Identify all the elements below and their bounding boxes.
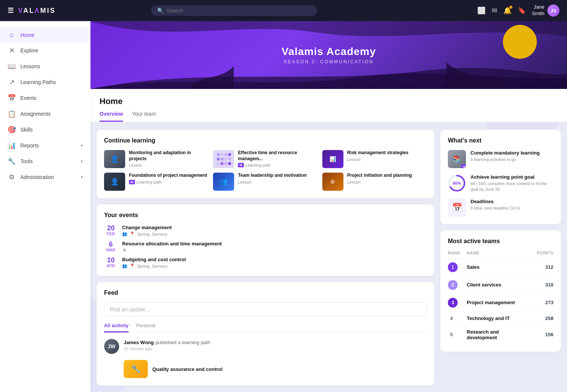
sidebar-item-administration[interactable]: ⚙ Administration ▾: [0, 169, 90, 185]
team-rank-2: 2: [448, 280, 467, 290]
learning-item-1[interactable]: 👤 Monitoring and adaptation in projects …: [104, 150, 208, 168]
sidebar-item-explore[interactable]: ✕ Explore: [0, 43, 90, 58]
learning-name-2: Effective time and resource managem...: [238, 150, 317, 162]
teams-header-rank: RANK: [448, 251, 467, 255]
learning-type-6: Lesson: [347, 180, 427, 184]
svg-point-10: [224, 162, 227, 165]
team-row-3[interactable]: 3 Project management 273: [448, 294, 553, 312]
team-name-2: Client services: [467, 282, 527, 288]
svg-point-6: [224, 158, 227, 161]
content-grid: Continue learning 👤 Monitoring and adapt…: [90, 122, 567, 392]
sidebar-item-learning-paths[interactable]: ↗ Learning Paths: [0, 74, 90, 90]
feed-content-card-1[interactable]: 🔧 Quality assurance and control: [104, 360, 427, 378]
event-item-2[interactable]: 6 Mar Resource allocation and time manag…: [104, 241, 427, 252]
sidebar: ⌂ Home ✕ Explore 📖 Lessons ↗ Learning Pa…: [0, 21, 90, 392]
feed-post-input[interactable]: Post an update...: [104, 302, 427, 317]
wn-progress-circle: 66%: [448, 174, 466, 192]
event-month-1: Feb: [104, 231, 118, 236]
feed-avatar-img-1: JW: [104, 339, 119, 354]
learning-item-4[interactable]: 👤 Foundations of project management M Le…: [104, 173, 208, 191]
bookmark-icon[interactable]: 🔖: [518, 6, 526, 15]
wn-title-goal: Achieve learning point goal: [470, 174, 553, 180]
mail-icon[interactable]: ✉: [492, 6, 497, 15]
screen-share-icon[interactable]: ⬜: [477, 6, 486, 15]
learning-type-4: M Learning path: [129, 180, 208, 184]
team-row-1[interactable]: 1 Sales 312: [448, 259, 553, 276]
team-points-4: 258: [527, 315, 553, 321]
tab-your-team[interactable]: Your team: [132, 111, 156, 122]
feed-content-1: James Wong published a learning path 10 …: [124, 339, 427, 354]
learning-item-5[interactable]: 👥 Team leadership and motivation Lesson: [213, 173, 317, 191]
whats-next-title: What's next: [448, 137, 553, 144]
svg-point-9: [221, 162, 224, 165]
team-row-2[interactable]: 2 Client services 310: [448, 276, 553, 294]
user-avatar[interactable]: Jane Smith JS: [532, 4, 559, 17]
svg-point-2: [224, 153, 227, 156]
team-name-1: Sales: [467, 264, 527, 270]
svg-point-4: [217, 158, 220, 161]
home-icon: ⌂: [8, 31, 16, 39]
event-name-3: Budgeting and cost control: [122, 257, 427, 262]
sidebar-label-learning-paths: Learning Paths: [20, 79, 83, 85]
team-rank-3: 3: [448, 298, 467, 308]
svg-point-5: [221, 158, 224, 161]
sidebar-item-events[interactable]: 📅 Events: [0, 90, 90, 106]
team-rank-5: 5: [448, 332, 467, 337]
feed-tab-all[interactable]: All activity: [104, 323, 129, 332]
learning-name-1: Monitoring and adaptation in projects: [129, 150, 208, 162]
search-input[interactable]: [167, 8, 311, 14]
sidebar-item-assignments[interactable]: 📋 Assignments: [0, 106, 90, 122]
wn-icon-mandatory: 📚 +5: [448, 150, 466, 168]
sidebar-label-administration: Administration: [20, 174, 76, 180]
hero-banner: Valamis Academy SEASON 2: COMMUNICATION: [90, 21, 567, 89]
sidebar-item-skills[interactable]: 🎯 Skills: [0, 122, 90, 138]
tab-overview[interactable]: Overview: [100, 111, 123, 122]
menu-icon[interactable]: ☰: [8, 6, 14, 15]
main-content: Valamis Academy SEASON 2: COMMUNICATION …: [90, 21, 567, 392]
avatar-image: JS: [547, 5, 559, 17]
continue-learning-title: Continue learning: [104, 137, 427, 144]
team-rank-4: 4: [448, 315, 467, 321]
page-title: Home: [100, 96, 558, 106]
wn-item-deadlines[interactable]: 📅 Deadlines 8 total, next deadline Oct 6: [448, 199, 553, 217]
notification-icon[interactable]: 🔔: [503, 6, 512, 15]
wn-info-mandatory: Complete mandatory learning 8 learning a…: [470, 150, 553, 162]
learning-info-4: Foundations of project management M Lear…: [129, 173, 208, 184]
sidebar-label-reports: Reports: [20, 142, 76, 149]
sidebar-item-reports[interactable]: 📊 Reports ▾: [0, 138, 90, 153]
hero-wave-top: [90, 21, 567, 44]
event-date-2: 6 Mar: [104, 241, 118, 252]
wn-desc-mandatory: 8 learning activities to go: [470, 157, 553, 162]
event-name-2: Resource allocation and time management: [122, 241, 427, 247]
event-info-3: Budgeting and cost control 👥 📍 Spring, J…: [122, 257, 427, 268]
wn-item-mandatory[interactable]: 📚 +5 Complete mandatory learning 8 learn…: [448, 150, 553, 168]
app-logo[interactable]: ☰ VALΛMIS: [8, 6, 68, 15]
feed-tab-personal[interactable]: Personal: [136, 323, 155, 332]
sidebar-item-lessons[interactable]: 📖 Lessons: [0, 58, 90, 74]
wn-item-goal[interactable]: 66% Achieve learning point goal 66 / 100…: [448, 174, 553, 193]
search-bar[interactable]: 🔍: [151, 5, 317, 16]
sidebar-item-home[interactable]: ⌂ Home: [0, 27, 90, 43]
lessons-icon: 📖: [8, 62, 16, 70]
wn-title-mandatory: Complete mandatory learning: [470, 150, 553, 156]
team-row-4[interactable]: 4 Technology and IT 258: [448, 312, 553, 325]
hero-sun: [503, 25, 537, 59]
explore-icon: ✕: [8, 46, 16, 55]
learning-item-3[interactable]: 📊 Risk management strategies Lesson: [322, 150, 427, 168]
feed-time-1: 10 minutes ago: [124, 346, 427, 351]
event-location-icon-3: 📍: [130, 263, 135, 268]
event-item-3[interactable]: 10 Apr Budgeting and cost control 👥 📍 Sp…: [104, 257, 427, 268]
event-item-1[interactable]: 20 Feb Change management 👥 📍 Spring, Joe…: [104, 225, 427, 236]
learning-item-2[interactable]: Effective time and resource managem... M…: [213, 150, 317, 168]
sidebar-item-tools[interactable]: 🔧 Tools ▾: [0, 153, 90, 169]
event-meta-3: 👥 📍 Spring, Joensuu: [122, 263, 427, 268]
team-row-5[interactable]: 5 Research and development 156: [448, 325, 553, 344]
reports-chevron-icon: ▾: [81, 143, 83, 148]
learning-item-6[interactable]: ⚙ Project initiation and planning Lesson: [322, 173, 427, 191]
learning-thumb-4: 👤: [104, 173, 125, 191]
hero-right-decoration: [446, 51, 507, 89]
learning-name-3: Risk management strategies: [347, 150, 427, 156]
wn-desc-goal: 66 / 100, complete more content to hit t…: [470, 181, 553, 193]
sidebar-label-tools: Tools: [20, 158, 76, 164]
learning-name-4: Foundations of project management: [129, 173, 208, 179]
